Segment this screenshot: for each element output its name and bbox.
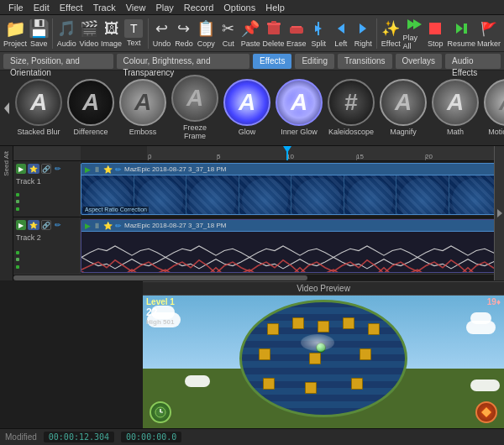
preview-title: Video Preview bbox=[143, 282, 504, 296]
track-2-clip[interactable]: ▶ ⏸ ⭐ ✏ MazEpic 2018-08-27 3_37_18 PM ✕ bbox=[81, 219, 502, 273]
scrollbar-thumb[interactable] bbox=[13, 275, 307, 280]
hud-lives: 19♦ bbox=[487, 297, 501, 326]
effect-stacked-blur[interactable]: A Stacked Blur bbox=[15, 79, 62, 137]
ruler-tick-15: 15 bbox=[356, 153, 364, 160]
tab-effects[interactable]: Effects bbox=[253, 54, 291, 69]
game-icon-clock bbox=[150, 401, 171, 423]
menu-file[interactable]: File bbox=[3, 0, 29, 15]
tab-overlays[interactable]: Overlays bbox=[396, 54, 442, 69]
clip-star-icon: ⭐ bbox=[103, 165, 113, 174]
svg-marker-21 bbox=[481, 407, 491, 417]
stop-button[interactable]: Stop bbox=[425, 17, 445, 50]
track-1-content[interactable]: ▶ ⏸ ⭐ ✏ MazEpic 2018-08-27 3_37_18 PM ✕ bbox=[81, 161, 504, 217]
marker-button[interactable]: 🚩 Marker bbox=[477, 17, 501, 50]
video-button[interactable]: 🎬 Video bbox=[79, 17, 99, 50]
status-time1: 00:00:12.304 bbox=[44, 432, 114, 442]
track-1-mute-btn[interactable]: ⭐ bbox=[28, 164, 39, 174]
undo-button[interactable]: ↩ Undo bbox=[151, 17, 171, 50]
effects-scroll-left[interactable] bbox=[3, 75, 10, 142]
toolbar-separator-1 bbox=[52, 18, 53, 49]
thumb-7 bbox=[396, 175, 449, 215]
timeline-section: Seed Alt 0 5 10 15 20 bbox=[0, 146, 504, 280]
effect-magnify[interactable]: A Magnify bbox=[380, 79, 427, 137]
ruler-tick-20: 20 bbox=[425, 153, 433, 160]
svg-marker-12 bbox=[456, 24, 463, 34]
tabs-row: Size, Position, and Orientation Colour, … bbox=[0, 52, 504, 71]
svg-rect-0 bbox=[268, 24, 280, 34]
effect-math[interactable]: A Math bbox=[432, 79, 479, 137]
save-button[interactable]: 💾 Save bbox=[29, 17, 49, 50]
effect-freeze-frame[interactable]: A Freeze Frame bbox=[171, 75, 218, 141]
thumb-6 bbox=[344, 175, 397, 215]
menubar: File Edit Effect Track View Play Record … bbox=[0, 0, 504, 15]
effect-kaleidoscope[interactable]: # Kaleidoscope bbox=[328, 79, 375, 137]
game-icon-diamond bbox=[475, 401, 497, 423]
cube-11 bbox=[351, 378, 363, 390]
cloud-6 bbox=[470, 380, 500, 391]
menu-help[interactable]: Help bbox=[260, 0, 290, 15]
menu-edit[interactable]: Edit bbox=[29, 0, 55, 15]
track-2-clip-header: ▶ ⏸ ⭐ ✏ MazEpic 2018-08-27 3_37_18 PM ✕ bbox=[81, 220, 501, 232]
track-2-lock-btn[interactable]: 🔗 bbox=[41, 220, 51, 230]
image-button[interactable]: 🖼 Image bbox=[101, 17, 122, 50]
track-1-clip-header: ▶ ⏸ ⭐ ✏ MazEpic 2018-08-27 3_37_18 PM ✕ bbox=[81, 164, 501, 175]
audio-button[interactable]: 🎵 Audio bbox=[56, 17, 76, 50]
paste-button[interactable]: 📌 Paste bbox=[240, 17, 260, 50]
effect-motion-blur[interactable]: A Motion Blur bbox=[484, 79, 504, 137]
effect-inner-glow[interactable]: A Inner Glow bbox=[276, 79, 323, 137]
track-2-content[interactable]: ▶ ⏸ ⭐ ✏ MazEpic 2018-08-27 3_37_18 PM ✕ bbox=[81, 217, 504, 274]
effect-emboss[interactable]: A Emboss bbox=[119, 79, 166, 137]
play-all-button[interactable]: Play All bbox=[403, 17, 423, 50]
track-1-play-btn[interactable]: ▶ bbox=[16, 164, 26, 174]
menu-view[interactable]: View bbox=[121, 0, 151, 15]
aspect-ratio-label: Aspect Ratio Correction bbox=[83, 207, 149, 212]
preview-content: Level 1 22 High 501 19♦ bbox=[143, 296, 504, 428]
thumb-4 bbox=[239, 175, 292, 215]
project-button[interactable]: 📁 Project bbox=[3, 17, 27, 50]
game-hud: Level 1 22 High 501 19♦ bbox=[146, 297, 501, 326]
svg-rect-2 bbox=[271, 21, 276, 24]
delete-button[interactable]: Delete bbox=[263, 17, 285, 50]
thumb-3 bbox=[186, 175, 239, 215]
svg-marker-8 bbox=[360, 24, 366, 34]
tab-size[interactable]: Size, Position, and Orientation bbox=[3, 54, 113, 69]
clip-pause-icon: ⏸ bbox=[93, 165, 101, 174]
clip2-play-icon: ▶ bbox=[85, 222, 91, 230]
text-button[interactable]: T Text bbox=[123, 17, 144, 50]
copy-button[interactable]: 📋 Copy bbox=[196, 17, 216, 50]
split-button[interactable]: Split bbox=[308, 17, 328, 50]
svg-rect-11 bbox=[429, 23, 441, 34]
redo-button[interactable]: ↪ Redo bbox=[174, 17, 194, 50]
menu-effect[interactable]: Effect bbox=[55, 0, 88, 15]
timeline-scroll-right[interactable] bbox=[494, 146, 504, 280]
menu-track[interactable]: Track bbox=[88, 0, 121, 15]
cube-6 bbox=[259, 348, 270, 360]
track-2-mute-btn[interactable]: ⭐ bbox=[28, 220, 39, 230]
left-button[interactable]: Left bbox=[330, 17, 350, 50]
main-toolbar: 📁 Project 💾 Save 🎵 Audio 🎬 Video 🖼 Image… bbox=[0, 15, 504, 52]
timeline-scrollbar[interactable] bbox=[13, 274, 504, 280]
effect-glow[interactable]: A Glow bbox=[223, 79, 270, 137]
menu-play[interactable]: Play bbox=[150, 0, 178, 15]
menu-record[interactable]: Record bbox=[179, 0, 218, 15]
tab-transitions[interactable]: Transitions bbox=[338, 54, 392, 69]
track-2-play-btn[interactable]: ▶ bbox=[16, 220, 26, 230]
resume-button[interactable]: Resume bbox=[447, 17, 475, 50]
timeline-ruler: 0 5 10 15 20 25 30 bbox=[13, 146, 504, 161]
track-1-lock-btn[interactable]: 🔗 bbox=[41, 164, 51, 174]
erase-button[interactable]: Erase bbox=[286, 17, 307, 50]
cut-button[interactable]: ✂ Cut bbox=[218, 17, 239, 50]
tab-editing[interactable]: Editing bbox=[295, 54, 334, 69]
effect-difference[interactable]: A Difference bbox=[67, 79, 114, 137]
video-preview-area: Video Preview bbox=[143, 281, 504, 428]
svg-marker-14 bbox=[4, 102, 9, 114]
tab-colour[interactable]: Colour, Brightness, and Transparency bbox=[117, 54, 249, 69]
svg-rect-3 bbox=[290, 27, 303, 34]
cloud-5 bbox=[185, 375, 210, 387]
light-flash bbox=[301, 334, 334, 351]
right-button[interactable]: Right bbox=[353, 17, 373, 50]
menu-options[interactable]: Options bbox=[218, 0, 260, 15]
tab-audio-effects[interactable]: Audio Effects bbox=[445, 54, 501, 69]
track-1-clip[interactable]: ▶ ⏸ ⭐ ✏ MazEpic 2018-08-27 3_37_18 PM ✕ bbox=[81, 163, 502, 215]
effect-button[interactable]: ✨ Effect bbox=[381, 17, 401, 50]
